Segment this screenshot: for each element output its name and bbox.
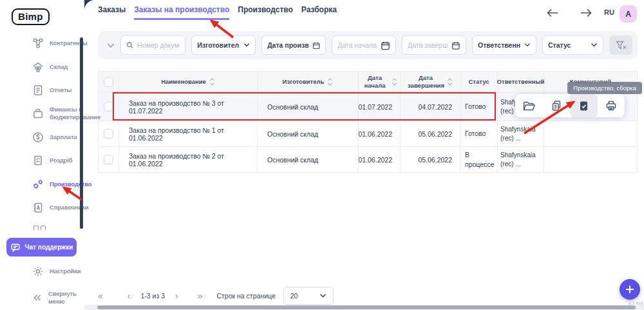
- column-label: Дата начала: [361, 74, 388, 90]
- tab-disassembly[interactable]: Разборка: [301, 0, 337, 20]
- arrow-left-icon: [545, 6, 560, 19]
- report-icon: [32, 84, 44, 96]
- app-window: Bimp Контрагенты Склад Отчеты Финансы и …: [0, 0, 644, 310]
- tab-orders[interactable]: Заказы: [98, 0, 126, 20]
- column-label: Изготовитель: [283, 78, 325, 86]
- column-header-name[interactable]: Наименование: [119, 72, 258, 92]
- pagination: « ‹ 1-3 из 3 › » Строк на странице 20: [98, 286, 334, 305]
- sidebar-item-retail[interactable]: Роздріб: [32, 155, 86, 166]
- sidebar-item-finance[interactable]: Финансы и бюджетирование: [32, 106, 86, 122]
- sort-icon[interactable]: [209, 78, 215, 86]
- sidebar-item-warehouse[interactable]: Склад: [32, 61, 86, 73]
- sidebar-item-settings[interactable]: Настройки: [32, 266, 86, 277]
- column-header-end-date[interactable]: Дата завершения: [401, 72, 460, 92]
- cell-responsible: Shafynskaia (rec) ...: [498, 121, 544, 146]
- sort-icon[interactable]: [392, 78, 397, 86]
- production-date-filter[interactable]: Дата производ: [261, 35, 326, 55]
- row-checkbox[interactable]: [104, 129, 113, 139]
- cell-manufacturer: Основний склад: [258, 121, 359, 146]
- select-all-checkbox[interactable]: [104, 77, 113, 87]
- clear-filters-button[interactable]: [609, 35, 632, 55]
- add-order-button[interactable]: [620, 279, 640, 300]
- search-input[interactable]: [137, 41, 180, 49]
- next-page-button[interactable]: ›: [175, 287, 178, 305]
- rows-per-page-label: Строк на странице: [216, 292, 275, 300]
- history-back-button[interactable]: [545, 6, 560, 19]
- collapse-filters-chevron-icon[interactable]: [107, 43, 115, 48]
- history-forward-button[interactable]: [578, 6, 594, 19]
- avatar[interactable]: A: [620, 5, 637, 23]
- language-switcher[interactable]: RU: [604, 8, 614, 16]
- collapse-menu-button[interactable]: Свернуть меню: [32, 290, 84, 306]
- chevron-down-icon: [243, 43, 250, 48]
- table-row[interactable]: Заказ на производство № 2 от 01.06.2022 …: [98, 147, 638, 173]
- calendar-icon: [312, 41, 320, 50]
- last-page-button[interactable]: »: [198, 287, 203, 305]
- salary-icon: [32, 131, 44, 143]
- sidebar-item-contractors[interactable]: Контрагенты: [32, 37, 86, 49]
- sidebar-item-partial: [33, 226, 50, 230]
- cell-start-date: 01.07.2022: [359, 93, 401, 121]
- start-date-placeholder: Дата начала: [337, 41, 377, 49]
- cell-comment: [544, 147, 638, 172]
- cell-manufacturer: Основний склад: [258, 147, 359, 172]
- manufacturer-filter[interactable]: Изготовитель: [191, 35, 256, 55]
- manufacturer-filter-label: Изготовитель: [197, 41, 240, 49]
- copy-icon: [551, 100, 562, 111]
- end-date-filter[interactable]: Дата заверше: [402, 35, 466, 55]
- column-header-status[interactable]: Статус: [460, 72, 498, 92]
- production-assembly-button[interactable]: [570, 94, 598, 117]
- header-select-all: [98, 72, 119, 92]
- tab-production-orders[interactable]: Заказы на производство: [134, 0, 229, 20]
- network-icon: [32, 37, 44, 49]
- double-chevron-left-icon: [32, 293, 43, 303]
- sidebar-scrollbar[interactable]: [80, 37, 83, 229]
- rows-per-page-select[interactable]: 20: [283, 287, 334, 305]
- column-header-start-date[interactable]: Дата начала: [359, 72, 401, 92]
- horizontal-scrollbar-thumb[interactable]: [97, 305, 636, 309]
- sidebar-item-directories[interactable]: Справочники: [32, 202, 86, 213]
- chevron-down-icon: [319, 293, 327, 298]
- chevron-down-icon: [524, 43, 531, 48]
- gear-icon: [32, 266, 44, 277]
- cell-name: Заказ на производство № 2 от 01.06.2022: [119, 147, 258, 172]
- sort-icon[interactable]: [447, 78, 453, 86]
- warehouse-icon: [32, 61, 44, 73]
- briefcase-icon: [32, 108, 44, 119]
- horizontal-scrollbar-track: [84, 305, 644, 310]
- sidebar-item-label: Настройки: [50, 267, 86, 275]
- row-actions-toolbar: [515, 94, 625, 117]
- document-number-search[interactable]: [120, 35, 185, 55]
- column-label: Наименование: [161, 78, 206, 86]
- row-checkbox[interactable]: [104, 155, 113, 164]
- sidebar-item-production[interactable]: Производство: [32, 179, 86, 190]
- support-chat-label: Чат поддержки: [25, 244, 73, 251]
- calendar-icon: [451, 41, 460, 50]
- row-checkbox[interactable]: [104, 102, 113, 111]
- chevron-down-icon: [591, 43, 598, 48]
- cell-name: Заказ на производство № 3 от 01.07.2022: [119, 93, 258, 121]
- prev-page-button[interactable]: ‹: [128, 287, 131, 305]
- cell-start-date: 01.06.2022: [359, 147, 401, 172]
- print-button[interactable]: [598, 94, 625, 117]
- tab-production[interactable]: Производство: [238, 0, 293, 20]
- table-row[interactable]: Заказ на производство № 1 от 01.06.2022 …: [98, 121, 638, 147]
- sort-icon[interactable]: [327, 78, 333, 86]
- cell-status: В процессе: [460, 147, 498, 172]
- sidebar-item-reports[interactable]: Отчеты: [32, 84, 86, 96]
- responsible-filter[interactable]: Ответственны: [472, 35, 536, 55]
- open-order-button[interactable]: [515, 94, 543, 117]
- column-header-manufacturer[interactable]: Изготовитель: [258, 72, 359, 92]
- production-icon: [32, 179, 44, 190]
- cell-status: Готово: [460, 121, 498, 146]
- printer-icon: [605, 100, 617, 111]
- cell-start-date: 01.06.2022: [359, 121, 401, 146]
- sidebar-item-salary[interactable]: Зарплата: [32, 131, 86, 143]
- support-chat-button[interactable]: Чат поддержки: [6, 238, 77, 257]
- copy-order-button[interactable]: [543, 94, 571, 117]
- column-header-responsible[interactable]: Ответственный: [498, 72, 544, 92]
- status-filter[interactable]: Статус: [542, 35, 603, 55]
- directory-icon: [32, 202, 44, 213]
- start-date-filter[interactable]: Дата начала: [332, 35, 396, 55]
- first-page-button[interactable]: «: [98, 287, 103, 305]
